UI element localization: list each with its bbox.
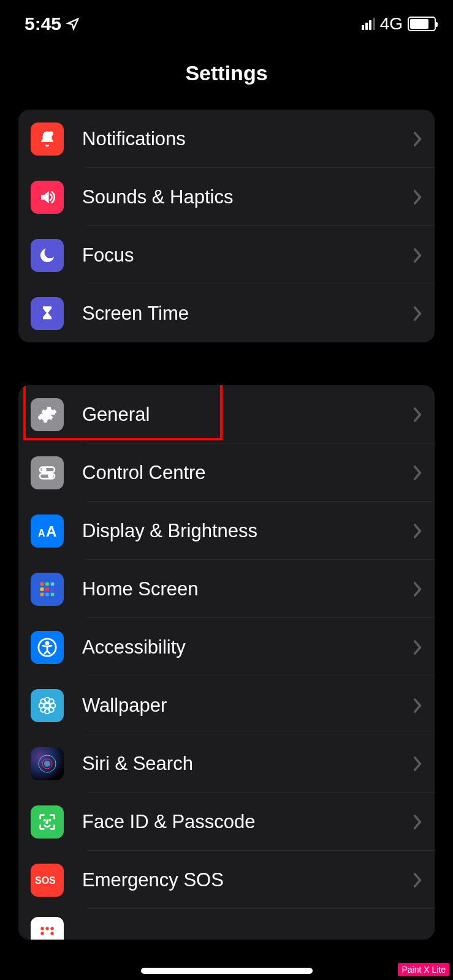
row-faceid[interactable]: Face ID & Passcode [18,793,435,851]
svg-point-18 [45,703,50,708]
svg-point-0 [49,131,54,136]
flower-icon [31,689,64,722]
sos-icon: SOS [31,864,64,897]
signal-icon [362,18,375,30]
svg-point-30 [44,820,45,820]
status-left: 5:45 [25,13,80,34]
settings-group: Notifications Sounds & Haptics Focus Scr… [18,110,435,342]
svg-rect-15 [51,592,55,596]
svg-point-35 [50,927,53,930]
row-sos[interactable]: SOS Emergency SOS [18,851,435,909]
exposure-icon [31,917,64,940]
row-label: Display & Brightness [82,520,413,542]
svg-point-37 [50,932,53,935]
page-header: Settings [0,43,453,110]
svg-point-34 [45,927,48,930]
svg-point-29 [44,761,50,767]
chevron-right-icon [413,872,422,888]
face-icon [31,805,64,839]
row-label: Wallpaper [82,695,413,717]
svg-rect-14 [45,592,49,596]
location-icon [66,17,80,31]
row-label: Focus [82,244,413,266]
row-label: Home Screen [82,578,413,600]
chevron-right-icon [413,523,422,539]
chevron-right-icon [413,581,422,597]
row-label: Accessibility [82,636,413,658]
svg-rect-13 [40,592,44,596]
row-home-screen[interactable]: Home Screen [18,560,435,618]
chevron-right-icon [413,756,422,772]
row-label: Siri & Search [82,753,413,775]
svg-rect-12 [51,587,55,591]
row-exposure[interactable] [18,909,435,940]
chevron-right-icon [413,407,422,423]
chevron-right-icon [413,465,422,481]
row-label: Notifications [82,128,413,150]
row-general[interactable]: General [18,385,435,443]
row-label: General [82,404,413,426]
svg-rect-7 [40,582,44,586]
battery-icon [408,17,436,31]
svg-point-17 [46,641,48,644]
settings-groups: Notifications Sounds & Haptics Focus Scr… [0,110,453,940]
siri-icon [31,747,64,780]
row-focus[interactable]: Focus [18,226,435,284]
chevron-right-icon [413,814,422,830]
text-size-icon: AA [31,514,64,548]
moon-icon [31,239,64,272]
svg-point-33 [40,927,44,930]
chevron-right-icon [413,189,422,205]
svg-text:SOS: SOS [35,875,56,886]
svg-point-2 [42,468,45,471]
row-siri[interactable]: Siri & Search [18,734,435,793]
toggles-icon [31,456,64,489]
row-label: Sounds & Haptics [82,186,413,208]
row-screen-time[interactable]: Screen Time [18,284,435,342]
row-notifications[interactable]: Notifications [18,110,435,168]
grid-icon [31,573,64,606]
row-label: Face ID & Passcode [82,811,413,833]
network-label: 4G [380,14,403,34]
svg-rect-10 [40,587,44,591]
accessibility-icon [31,631,64,664]
status-bar: 5:45 4G [0,0,453,43]
row-sounds[interactable]: Sounds & Haptics [18,168,435,226]
settings-group: General Control Centre AA Display & Brig… [18,385,435,940]
bell-icon [31,123,64,156]
row-label: Emergency SOS [82,869,413,891]
watermark: Paint X Lite [398,963,449,976]
page-title: Settings [0,61,453,85]
svg-text:A: A [46,523,56,539]
status-time: 5:45 [25,13,61,34]
row-accessibility[interactable]: Accessibility [18,618,435,676]
chevron-right-icon [413,639,422,655]
svg-point-4 [49,474,52,477]
svg-rect-9 [51,582,55,586]
hourglass-icon [31,297,64,330]
chevron-right-icon [413,247,422,263]
svg-rect-11 [45,587,49,591]
svg-point-31 [50,820,50,820]
row-wallpaper[interactable]: Wallpaper [18,676,435,734]
chevron-right-icon [413,306,422,322]
svg-point-36 [40,932,44,935]
chevron-right-icon [413,698,422,714]
speaker-icon [31,181,64,214]
chevron-right-icon [413,131,422,147]
status-right: 4G [362,14,436,34]
gear-icon [31,398,64,431]
row-control-centre[interactable]: Control Centre [18,443,435,502]
row-display[interactable]: AA Display & Brightness [18,502,435,560]
svg-text:A: A [38,528,45,538]
svg-rect-8 [45,582,49,586]
row-label: Screen Time [82,303,413,325]
row-label: Control Centre [82,462,413,484]
home-indicator[interactable] [141,968,313,974]
